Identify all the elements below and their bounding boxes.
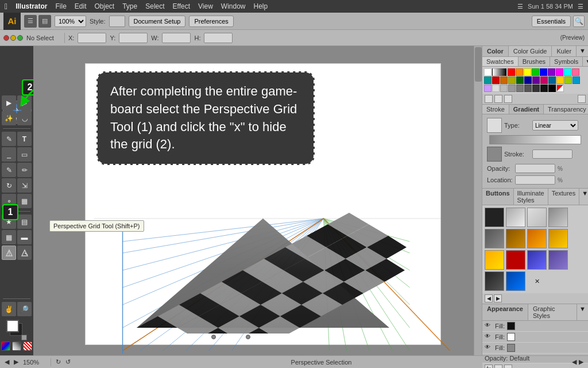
- gradient-tool[interactable]: ▬: [17, 230, 32, 244]
- swatch-blue[interactable]: [540, 68, 547, 76]
- texture-dark[interactable]: [485, 271, 504, 291]
- swatch-none[interactable]: [556, 85, 564, 92]
- vertical-scrollbar[interactable]: [474, 46, 482, 355]
- swatch-slate[interactable]: [548, 76, 556, 84]
- fill-swatch-3[interactable]: [507, 344, 515, 352]
- type-tool[interactable]: T: [17, 132, 32, 146]
- rotate-right-icon[interactable]: ↺: [65, 358, 71, 366]
- color-mode-icon[interactable]: [1, 342, 10, 351]
- line-tool[interactable]: ⎯: [2, 147, 16, 162]
- zoom-tool[interactable]: 🔎: [17, 302, 32, 316]
- tab-transparency[interactable]: Transparency: [544, 105, 588, 114]
- y-input[interactable]: [119, 33, 148, 43]
- gradient-bar[interactable]: [489, 135, 581, 144]
- scroll-thumb[interactable]: [475, 47, 482, 82]
- texture-purple-blue[interactable]: [548, 250, 568, 270]
- tab-stroke[interactable]: Stroke: [482, 105, 509, 114]
- swatch-delete-icon[interactable]: [504, 95, 512, 103]
- swatch-dark-purple[interactable]: [532, 76, 540, 84]
- opacity-input[interactable]: [515, 164, 555, 173]
- perspective-grid-tool[interactable]: [2, 246, 16, 260]
- min-btn[interactable]: [10, 35, 16, 41]
- pen-tool[interactable]: ✎: [2, 132, 16, 146]
- tab-buttons[interactable]: Buttons: [482, 189, 514, 205]
- swatch-crimson[interactable]: [540, 76, 548, 84]
- swatch-cyan[interactable]: [564, 68, 571, 76]
- texture-gray-dark[interactable]: [485, 229, 504, 248]
- texture-nav-right[interactable]: ▶: [494, 294, 502, 302]
- tab-textures[interactable]: Textures: [548, 189, 580, 205]
- max-btn[interactable]: [17, 35, 23, 41]
- fill-box[interactable]: [6, 320, 19, 332]
- nav-left-icon[interactable]: ◀: [572, 358, 577, 366]
- doc-setup-button[interactable]: Document Setup: [129, 16, 186, 27]
- swatch-menu-icon[interactable]: ▼: [583, 57, 588, 66]
- texture-gray-light[interactable]: [527, 208, 547, 227]
- texture-blue-bottom[interactable]: [527, 250, 547, 270]
- swatch-gray1[interactable]: [500, 85, 508, 92]
- texture-gold[interactable]: [548, 229, 568, 248]
- fill-swatch-2[interactable]: [507, 333, 515, 341]
- swatch-gray6[interactable]: [540, 85, 548, 92]
- swatch-gray5[interactable]: [532, 85, 540, 92]
- h-input[interactable]: [204, 33, 233, 43]
- zoom-select[interactable]: 100% 150% 200%: [55, 16, 86, 27]
- texture-red[interactable]: [506, 250, 525, 270]
- texture-orange[interactable]: [527, 229, 547, 248]
- texture-silver[interactable]: [506, 208, 525, 227]
- graph-tool[interactable]: ▤: [17, 214, 32, 229]
- menu-help[interactable]: Help: [254, 2, 268, 10]
- tab-graphic-styles[interactable]: Graphic Styles: [528, 304, 577, 320]
- eye-icon-2[interactable]: 👁: [485, 333, 493, 341]
- swatch-white[interactable]: [484, 68, 492, 76]
- buttons-menu-icon[interactable]: ▼: [579, 189, 588, 205]
- spotlight-icon[interactable]: ☰: [578, 3, 583, 10]
- swatch-lime[interactable]: [564, 76, 572, 84]
- eye-icon-3[interactable]: 👁: [485, 344, 493, 352]
- canvas-handle-bottom-right[interactable]: [246, 335, 250, 339]
- tab-brushes[interactable]: Brushes: [519, 57, 550, 66]
- rect-tool[interactable]: ▭: [17, 147, 32, 162]
- eye-icon-1[interactable]: 👁: [485, 322, 493, 330]
- swatch-gradient-bw[interactable]: [492, 68, 507, 76]
- magic-wand-tool[interactable]: ✨: [2, 111, 16, 125]
- direct-select-tool[interactable]: ▷: [17, 95, 32, 110]
- texture-gray-mid[interactable]: [548, 208, 568, 227]
- swatch-sky[interactable]: [572, 76, 580, 84]
- menu-object[interactable]: Object: [95, 2, 115, 10]
- gradient-type-select[interactable]: Linear Radial: [532, 120, 578, 131]
- swatch-pink[interactable]: [572, 68, 579, 76]
- swatch-menu-btn[interactable]: [578, 95, 586, 103]
- swatch-magenta[interactable]: [556, 68, 563, 76]
- panel-close-icon[interactable]: ✕: [527, 271, 547, 291]
- menu-edit[interactable]: Edit: [75, 2, 87, 10]
- texture-orange-brown[interactable]: [506, 229, 525, 248]
- swatch-teal[interactable]: [484, 76, 492, 84]
- tab-kuler[interactable]: Kuler: [552, 46, 577, 56]
- location-input[interactable]: [515, 175, 555, 185]
- style-swatch[interactable]: [109, 16, 125, 27]
- swap-icon[interactable]: [21, 335, 27, 340]
- texture-nav-left[interactable]: ◀: [485, 294, 493, 302]
- texture-yellow[interactable]: [485, 250, 504, 270]
- swatch-options-icon[interactable]: [485, 95, 493, 103]
- swatch-new-icon[interactable]: [494, 95, 502, 103]
- swatch-orange[interactable]: [516, 68, 523, 76]
- swatch-dark-green[interactable]: [516, 76, 524, 84]
- fill-swatch-1[interactable]: [507, 322, 515, 330]
- search-icon[interactable]: 🔍: [573, 16, 585, 27]
- texture-black[interactable]: [485, 208, 504, 227]
- swatch-gray4[interactable]: [524, 85, 532, 92]
- mesh-tool[interactable]: ▦: [2, 230, 16, 244]
- swatch-lightgray[interactable]: [492, 85, 500, 92]
- fill-stroke-boxes[interactable]: [6, 320, 27, 340]
- selection-tool[interactable]: ▶: [2, 95, 16, 110]
- texture-blue-bright[interactable]: [506, 271, 525, 291]
- scale-tool[interactable]: ⇲: [17, 178, 32, 193]
- perspective-select-tool[interactable]: [17, 246, 32, 260]
- toolbar-icon-2[interactable]: ▤: [38, 15, 51, 28]
- gradient-stroke-box[interactable]: [487, 147, 502, 162]
- essentials-button[interactable]: Essentials: [532, 16, 571, 27]
- swatch-lavender[interactable]: [484, 85, 492, 92]
- brush-tool[interactable]: ✎: [2, 163, 16, 177]
